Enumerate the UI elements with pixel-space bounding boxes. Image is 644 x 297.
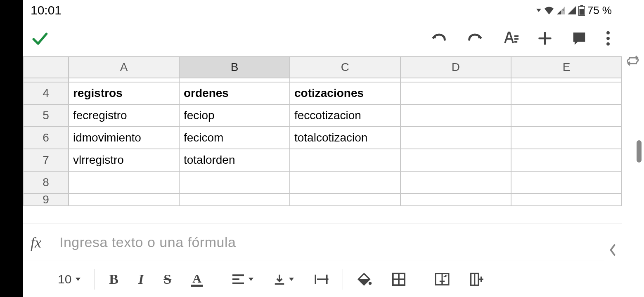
wifi-icon <box>544 6 554 14</box>
undo-button[interactable] <box>431 30 447 47</box>
right-rail <box>622 0 644 297</box>
signal-2-icon <box>568 6 576 14</box>
font-size-dropdown[interactable]: 10 <box>48 261 90 297</box>
scrollbar-thumb[interactable] <box>637 140 642 163</box>
signal-1-icon: x <box>557 6 565 14</box>
cell-E5[interactable] <box>511 104 622 127</box>
bold-button[interactable]: B <box>99 261 128 297</box>
merge-button[interactable]: + <box>424 261 460 297</box>
row-header-4[interactable]: 4 <box>23 82 69 104</box>
comment-button[interactable] <box>571 31 587 46</box>
row-header-9[interactable]: 9 <box>23 193 69 206</box>
cell-E9[interactable] <box>511 193 622 206</box>
cell-C4[interactable]: cotizaciones <box>290 82 400 104</box>
col-header-D[interactable]: D <box>400 57 511 78</box>
text-color-button[interactable]: A <box>181 261 213 297</box>
grid-corner[interactable] <box>23 57 69 78</box>
h-align-button[interactable] <box>221 261 263 297</box>
left-black-bar <box>0 0 23 297</box>
battery-icon <box>578 5 585 16</box>
cell-A6[interactable]: idmovimiento <box>69 127 179 149</box>
cell-C7[interactable] <box>290 149 400 171</box>
cell-B9[interactable] <box>179 193 290 206</box>
cell-D8[interactable] <box>400 171 511 193</box>
cell-B4[interactable]: ordenes <box>179 82 290 104</box>
cell-C6[interactable]: totalcotizacion <box>290 127 400 149</box>
col-header-B[interactable]: B <box>179 57 290 78</box>
cell-B8[interactable] <box>179 171 290 193</box>
battery-pct: 75 % <box>587 4 612 17</box>
strike-button[interactable]: S <box>154 261 181 297</box>
app-toolbar <box>23 21 622 56</box>
cell-A9[interactable] <box>69 193 179 206</box>
status-bar: 10:01 x 75 % <box>23 0 622 21</box>
fill-color-button[interactable] <box>347 261 382 297</box>
redo-button[interactable] <box>466 30 483 47</box>
insert-col-button[interactable] <box>460 261 494 297</box>
svg-point-5 <box>606 37 610 40</box>
col-header-E[interactable]: E <box>511 57 622 78</box>
accept-button[interactable] <box>31 29 49 47</box>
cell-A7[interactable]: vlrregistro <box>69 149 179 171</box>
cell-D4[interactable] <box>400 82 511 104</box>
cell-C9[interactable] <box>290 193 400 206</box>
cell-C8[interactable] <box>290 171 400 193</box>
svg-text:x: x <box>562 8 564 12</box>
wrap-button[interactable] <box>304 261 339 297</box>
cell-B6[interactable]: fecicom <box>179 127 290 149</box>
cell-E4[interactable] <box>511 82 622 104</box>
cell-E6[interactable] <box>511 127 622 149</box>
row-header-5[interactable]: 5 <box>23 104 69 127</box>
svg-point-7 <box>369 282 372 285</box>
borders-button[interactable] <box>382 261 416 297</box>
svg-rect-3 <box>579 9 584 15</box>
row-header-7[interactable]: 7 <box>23 149 69 171</box>
cell-B5[interactable]: feciop <box>179 104 290 127</box>
svg-point-6 <box>606 42 610 46</box>
cell-B7[interactable]: totalorden <box>179 149 290 171</box>
formula-input[interactable]: Ingresa texto o una fórmula <box>59 234 614 250</box>
cell-D5[interactable] <box>400 104 511 127</box>
row-header-6[interactable]: 6 <box>23 127 69 149</box>
cell-A5[interactable]: fecregistro <box>69 104 179 127</box>
status-time: 10:01 <box>31 3 62 17</box>
more-button[interactable] <box>606 31 610 46</box>
dropdown-indicator-icon <box>535 9 541 12</box>
cell-E8[interactable] <box>511 171 622 193</box>
col-header-C[interactable]: C <box>290 57 400 78</box>
spreadsheet-grid[interactable]: ABCDE4registrosordenescotizaciones5fecre… <box>23 56 622 224</box>
col-header-A[interactable]: A <box>69 57 179 78</box>
fx-label: fx <box>31 234 47 251</box>
rotate-icon[interactable] <box>626 54 640 69</box>
v-align-button[interactable] <box>263 261 304 297</box>
cell-E7[interactable] <box>511 149 622 171</box>
row-spacer <box>23 78 69 82</box>
svg-text:+: + <box>445 273 447 279</box>
svg-point-4 <box>606 31 610 35</box>
add-button[interactable] <box>537 31 552 46</box>
formula-bar[interactable]: fx Ingresa texto o una fórmula <box>23 224 622 261</box>
cell-A8[interactable] <box>69 171 179 193</box>
cell-D7[interactable] <box>400 149 511 171</box>
italic-button[interactable]: I <box>128 261 154 297</box>
cell-D6[interactable] <box>400 127 511 149</box>
collapse-chevron[interactable] <box>604 233 622 266</box>
text-format-button[interactable] <box>502 30 519 47</box>
status-right: x 75 % <box>535 4 612 17</box>
cell-D9[interactable] <box>400 193 511 206</box>
format-toolbar: 10 B I S A <box>23 261 622 297</box>
row-header-8[interactable]: 8 <box>23 171 69 193</box>
cell-C5[interactable]: feccotizacion <box>290 104 400 127</box>
cell-A4[interactable]: registros <box>69 82 179 104</box>
